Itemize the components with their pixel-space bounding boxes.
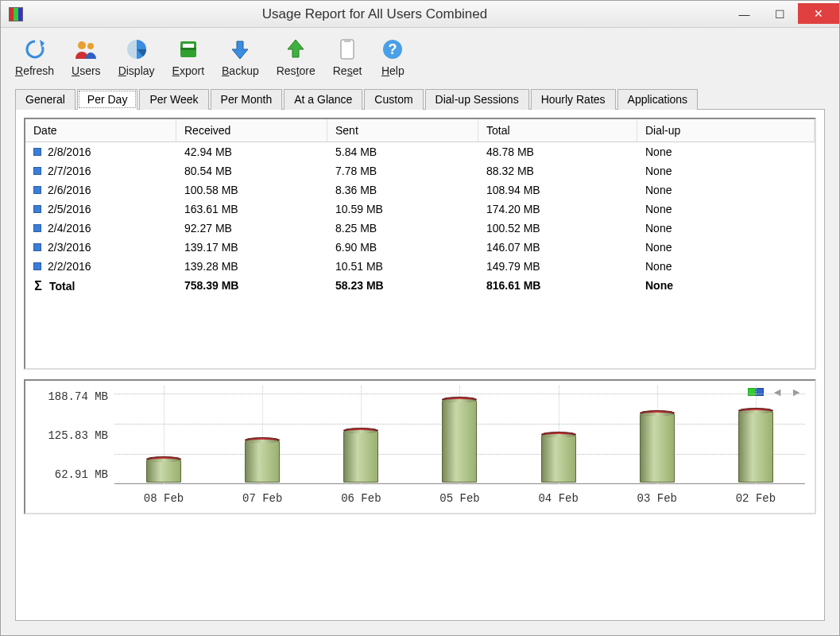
refresh-icon (21, 36, 48, 63)
bar-07-Feb[interactable] (245, 440, 280, 483)
table-row[interactable]: 2/8/2016 42.94 MB 5.84 MB 48.78 MB None (25, 142, 815, 161)
table-body: 2/8/2016 42.94 MB 5.84 MB 48.78 MB None … (25, 142, 815, 368)
display-button[interactable]: Display (118, 36, 155, 77)
tab-general[interactable]: General (15, 89, 75, 110)
col-date[interactable]: Date (25, 119, 176, 142)
table-row[interactable]: 2/6/2016 100.58 MB 8.36 MB 108.94 MB Non… (25, 180, 815, 200)
row-icon (33, 167, 41, 175)
col-received[interactable]: Received (176, 119, 327, 142)
tab-hourly-rates[interactable]: Hourly Rates (531, 89, 616, 110)
bar-slot (114, 390, 213, 483)
export-icon (175, 36, 202, 63)
bar-05-Feb[interactable] (442, 400, 477, 483)
export-label: Export (172, 64, 204, 77)
table-row[interactable]: 2/3/2016 139.17 MB 6.90 MB 146.07 MB Non… (25, 238, 815, 257)
backup-label: Backup (222, 64, 259, 77)
restore-icon (282, 36, 309, 63)
col-dial-up[interactable]: Dial-up (637, 119, 815, 142)
display-icon (123, 36, 150, 63)
col-total[interactable]: Total (478, 119, 637, 142)
bar-slot (509, 390, 608, 483)
titlebar: Usage Report for All Users Combined — ☐ … (1, 1, 839, 28)
restore-label: Restore (277, 64, 315, 77)
backup-icon (226, 36, 254, 63)
bar-slot (410, 390, 509, 483)
reset-label: Reset (333, 64, 362, 77)
bar-slot (312, 390, 410, 483)
display-label: Display (118, 64, 155, 77)
tab-per-day[interactable]: Per Day (77, 89, 138, 110)
table-row[interactable]: 2/7/2016 80.54 MB 7.78 MB 88.32 MB None (25, 161, 815, 180)
refresh-button[interactable]: Refresh (15, 36, 54, 77)
chart-plot: 08 Feb07 Feb06 Feb05 Feb04 Feb03 Feb02 F… (114, 386, 805, 505)
app-icon (9, 7, 23, 21)
bar-08-Feb[interactable] (146, 460, 181, 483)
svg-point-0 (78, 41, 86, 49)
chart-y-axis: 188.74 MB125.83 MB62.91 MB (35, 386, 114, 505)
backup-button[interactable]: Backup (222, 36, 259, 77)
bar-04-Feb[interactable] (541, 435, 576, 483)
row-icon (33, 243, 41, 251)
row-icon (33, 224, 41, 232)
minimize-button[interactable]: — (726, 4, 762, 25)
sigma-icon: Σ (33, 279, 43, 293)
row-icon (33, 186, 41, 194)
table-total-row: ΣTotal 758.39 MB 58.23 MB 816.61 MB None (25, 276, 815, 297)
users-button[interactable]: Users (72, 36, 101, 77)
row-icon (33, 205, 41, 213)
close-button[interactable]: ✕ (798, 3, 839, 24)
tab-bar: GeneralPer DayPer WeekPer MonthAt a Glan… (1, 83, 839, 109)
help-button[interactable]: ? Help (379, 36, 406, 77)
bar-06-Feb[interactable] (343, 431, 378, 483)
bar-slot (608, 390, 706, 483)
col-sent[interactable]: Sent (327, 119, 478, 142)
table-row[interactable]: 2/5/2016 163.61 MB 10.59 MB 174.20 MB No… (25, 200, 815, 219)
bar-slot (213, 390, 312, 483)
reset-button[interactable]: Reset (333, 36, 362, 77)
row-icon (33, 262, 41, 270)
export-button[interactable]: Export (172, 36, 204, 77)
row-icon (33, 148, 41, 156)
content-area: DateReceivedSentTotalDial-up 2/8/2016 42… (15, 109, 825, 621)
reset-icon (334, 36, 361, 63)
bar-02-Feb[interactable] (738, 411, 773, 483)
help-icon: ? (379, 36, 406, 63)
users-label: Users (72, 64, 101, 77)
tab-dial-up-sessions[interactable]: Dial-up Sessions (425, 89, 529, 110)
restore-button[interactable]: Restore (277, 36, 315, 77)
tab-per-week[interactable]: Per Week (139, 89, 208, 110)
help-label: Help (381, 64, 405, 77)
usage-table: DateReceivedSentTotalDial-up 2/8/2016 42… (24, 118, 816, 370)
svg-text:?: ? (389, 41, 397, 57)
window-title: Usage Report for All Users Combined (23, 6, 726, 22)
svg-rect-5 (180, 48, 196, 50)
refresh-label: Refresh (15, 64, 54, 77)
svg-rect-6 (341, 40, 354, 59)
table-header: DateReceivedSentTotalDial-up (25, 119, 815, 142)
chart-x-axis: 08 Feb07 Feb06 Feb05 Feb04 Feb03 Feb02 F… (114, 492, 805, 505)
bar-slot (706, 390, 805, 483)
tab-per-month[interactable]: Per Month (211, 89, 283, 110)
table-row[interactable]: 2/4/2016 92.27 MB 8.25 MB 100.52 MB None (25, 219, 815, 238)
app-window: Usage Report for All Users Combined — ☐ … (0, 0, 840, 636)
tab-applications[interactable]: Applications (617, 89, 699, 110)
tab-at-a-glance[interactable]: At a Glance (284, 89, 362, 110)
svg-point-1 (87, 43, 94, 49)
table-row[interactable]: 2/2/2016 139.28 MB 10.51 MB 149.79 MB No… (25, 257, 815, 276)
tab-custom[interactable]: Custom (364, 89, 423, 110)
bar-03-Feb[interactable] (640, 413, 675, 483)
toolbar: Refresh Users Display Export Backup Rest… (1, 28, 839, 83)
maximize-button[interactable]: ☐ (762, 4, 798, 25)
users-icon (72, 36, 99, 63)
usage-chart: ◄ ► 188.74 MB125.83 MB62.91 MB (24, 379, 816, 514)
